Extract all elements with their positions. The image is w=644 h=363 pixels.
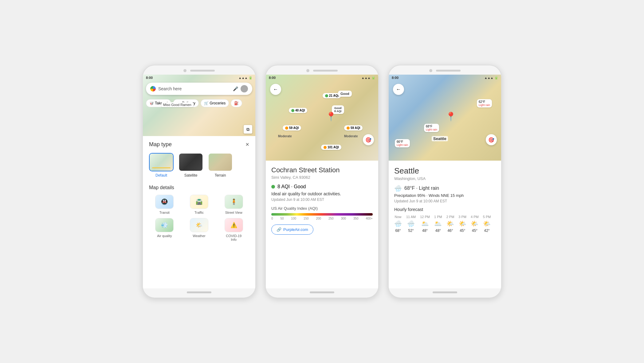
detail-airquality[interactable]: 💨 Air quality xyxy=(149,218,180,241)
satellite-label: Satellite xyxy=(184,173,198,178)
detail-covid[interactable]: ⚠️ COVID-19 Info xyxy=(218,218,249,241)
default-thumb xyxy=(149,153,174,171)
airquality-label: Air quality xyxy=(157,234,172,238)
aqi-status-text: 8 AQI · Good xyxy=(277,184,306,189)
aqi-status-row: 8 AQI · Good xyxy=(271,184,373,189)
status-bar-2: 8:00 ▲▲▲🔋 xyxy=(266,75,378,81)
temp-badge-68: 68°F Light rain xyxy=(424,124,439,132)
traffic-label: Traffic xyxy=(194,211,204,214)
city-name: Seattle xyxy=(394,166,496,176)
close-btn[interactable]: × xyxy=(245,141,249,148)
phone-map-type: 8:00 ▲▲▲🔋 Search here 🎤 Miso Good Ramen … xyxy=(142,65,256,298)
weather-info-panel: Seattle Washington, USA 🌧️ 68°F · Light … xyxy=(389,161,501,288)
time-1: 8:00 xyxy=(146,76,153,80)
moderate-label-1: Moderate xyxy=(278,135,292,138)
phone-top-1 xyxy=(143,65,255,75)
home-bar-1 xyxy=(187,291,211,293)
detail-weather[interactable]: 🌤️ Weather xyxy=(184,218,215,241)
purpleair-link[interactable]: 🔗 PurpleAir.com xyxy=(271,224,313,235)
good-label-1: Good xyxy=(338,91,352,97)
speaker-bar-2 xyxy=(313,70,338,72)
gas-btn[interactable]: ⛽ xyxy=(231,99,242,107)
time-3: 8:00 xyxy=(392,76,399,80)
location-btn-2[interactable]: 🎯 xyxy=(363,134,374,145)
back-btn-2[interactable]: ← xyxy=(270,84,281,95)
weather-icon: 🌤️ xyxy=(190,218,208,232)
map-details-grid: 🚇 Transit 🛣️ Traffic 🧍 S xyxy=(149,195,249,241)
weather-details: Precipitation 95% · Winds NNE 15 mph xyxy=(394,193,496,198)
camera-dot xyxy=(183,69,187,72)
weather-current: 🌧️ 68°F · Light rain xyxy=(394,185,496,192)
hourly-5pm: 5 PM 🌤️ 42° xyxy=(483,215,491,233)
status-icons-3: ▲▲▲🔋 xyxy=(484,76,498,80)
weather-updated: Updated Jun 9 at 10:00 AM EST xyxy=(394,199,496,203)
phone-content-2: 8:00 ▲▲▲🔋 ← 21 AQI 40 AQI 59 AQI 59 xyxy=(266,75,378,288)
phone-bottom-2 xyxy=(266,288,378,298)
location-btn-3[interactable]: 🎯 xyxy=(486,134,497,145)
home-bar-2 xyxy=(310,291,334,293)
groceries-btn[interactable]: 🛒 Groceries xyxy=(201,99,229,107)
temp-badge-62: 62°F Light rain xyxy=(477,99,492,107)
avatar[interactable] xyxy=(241,85,248,92)
hourly-2pm: 2 PM 🌤️ 46° xyxy=(446,215,454,233)
camera-dot-2 xyxy=(306,69,309,72)
status-bar-1: 8:00 ▲▲▲🔋 xyxy=(143,75,255,81)
detail-transit[interactable]: 🚇 Transit xyxy=(149,195,180,214)
hourly-12pm: 12 PM 🌥️ 48° xyxy=(420,215,430,233)
map-option-satellite[interactable]: Satellite xyxy=(179,153,203,178)
phones-container: 8:00 ▲▲▲🔋 Search here 🎤 Miso Good Ramen … xyxy=(142,65,502,298)
station-name: Cochran Street Station xyxy=(271,166,373,174)
status-icons-1: ▲▲▲🔋 xyxy=(238,76,252,80)
airquality-icon: 💨 xyxy=(155,218,174,232)
phone-air-quality: 8:00 ▲▲▲🔋 ← 21 AQI 40 AQI 59 AQI 59 xyxy=(265,65,379,298)
back-btn-3[interactable]: ← xyxy=(393,84,404,95)
station-address: Simi Valley, CA 93062 xyxy=(271,175,373,180)
transit-icon: 🚇 xyxy=(155,195,174,209)
aqi-bubble-59a: 59 AQI xyxy=(283,125,301,131)
hourly-forecast: Now 🌧️ 68° 11 AM 🌧️ 52° 12 PM 🌥️ 48° xyxy=(394,215,496,233)
home-bar-3 xyxy=(433,291,457,293)
covid-label: COVID-19 Info xyxy=(226,234,242,241)
satellite-thumb xyxy=(179,153,203,171)
detail-streetview[interactable]: 🧍 Street View xyxy=(218,195,249,214)
camera-dot-3 xyxy=(429,69,432,72)
mic-icon[interactable]: 🎤 xyxy=(233,86,238,91)
air-quality-map: 8:00 ▲▲▲🔋 ← 21 AQI 40 AQI 59 AQI 59 xyxy=(266,75,378,161)
purpleair-text: PurpleAir.com xyxy=(283,227,308,232)
weather-label: Weather xyxy=(193,234,205,238)
air-info-panel: Cochran Street Station Simi Valley, CA 9… xyxy=(266,161,378,288)
hourly-label: Hourly forecast xyxy=(394,207,496,212)
map-pin: 📍 xyxy=(326,111,336,122)
map-pin-3: 📍 xyxy=(446,111,456,122)
aqi-good-dot xyxy=(271,185,275,189)
status-icons-2: ▲▲▲🔋 xyxy=(361,76,375,80)
aqi-bubble-59b: 59 AQI xyxy=(344,125,363,131)
streetview-label: Street View xyxy=(225,211,242,214)
moderate-label-2: Moderate xyxy=(344,135,358,138)
phone-weather: 8:00 ▲▲▲🔋 ← 62°F Light rain 68°F Light r… xyxy=(388,65,502,298)
map-type-header: Map type × xyxy=(149,141,249,148)
city-country: Washington, USA xyxy=(394,176,496,181)
map-option-default[interactable]: Default xyxy=(149,153,174,178)
map-type-options: Default Satellite Terrain xyxy=(149,153,249,178)
layers-icon[interactable]: ⧉ xyxy=(244,125,252,134)
aqi-bar-labels: 050100150200250300350400+ xyxy=(271,217,373,220)
map-categories: 🥡 Takeout 🚗 Delivery 🛒 Groceries ⛽ xyxy=(143,97,255,110)
streetview-icon: 🧍 xyxy=(225,195,243,209)
rain-cloud-icon: 🌧️ xyxy=(394,185,402,192)
seattle-label: Seattle xyxy=(432,136,448,141)
aqi-bar xyxy=(271,213,373,216)
map-option-terrain[interactable]: Terrain xyxy=(208,153,233,178)
default-label: Default xyxy=(155,173,167,178)
hourly-11am: 11 AM 🌧️ 52° xyxy=(406,215,416,233)
place-label: Miso Good Ramen xyxy=(161,102,193,107)
search-text: Search here xyxy=(158,86,230,91)
speaker-bar-3 xyxy=(436,70,461,72)
google-logo xyxy=(150,86,156,92)
phone-top-3 xyxy=(389,65,501,75)
detail-traffic[interactable]: 🛣️ Traffic xyxy=(184,195,215,214)
phone-content-3: 8:00 ▲▲▲🔋 ← 62°F Light rain 68°F Light r… xyxy=(389,75,501,288)
search-bar[interactable]: Search here 🎤 xyxy=(146,83,252,95)
map-type-panel: Map type × Default Satellite xyxy=(143,136,255,288)
terrain-thumb xyxy=(208,153,233,171)
